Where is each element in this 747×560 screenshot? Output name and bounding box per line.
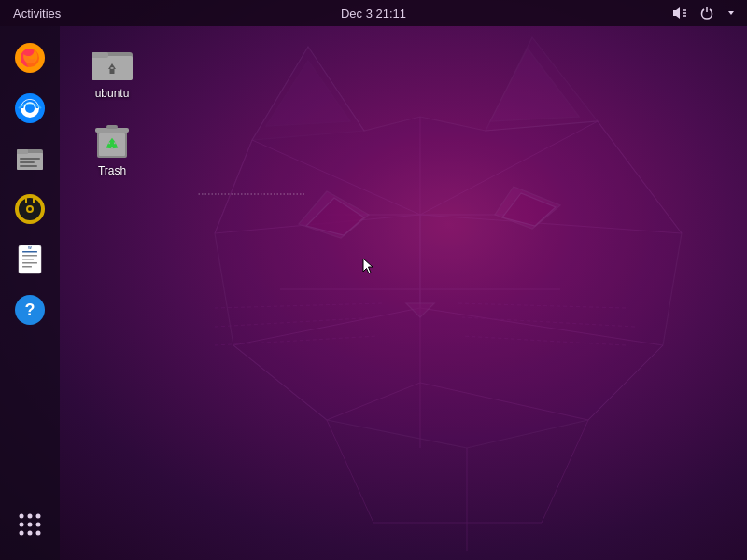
- wallpaper-cat: [140, 28, 747, 551]
- activities-button[interactable]: Activities: [7, 0, 66, 26]
- topbar-datetime[interactable]: Dec 3 21:11: [341, 7, 406, 21]
- dock: W ?: [0, 26, 60, 560]
- dock-item-libreoffice-writer[interactable]: W: [7, 237, 52, 282]
- svg-point-67: [28, 514, 33, 519]
- svg-point-53: [28, 207, 32, 211]
- svg-point-71: [36, 523, 41, 527]
- svg-point-70: [28, 523, 33, 527]
- svg-rect-60: [22, 259, 34, 260]
- svg-rect-46: [17, 149, 28, 154]
- svg-text:?: ?: [25, 301, 35, 319]
- svg-rect-55: [33, 198, 35, 203]
- svg-text:W: W: [28, 245, 32, 250]
- desktop-icons: ubuntu: [75, 35, 149, 181]
- trash-icon-label: Trash: [98, 164, 126, 177]
- topbar-left: Activities: [0, 0, 66, 26]
- svg-point-68: [36, 514, 41, 519]
- svg-rect-61: [22, 262, 37, 264]
- power-icon[interactable]: [697, 0, 717, 26]
- svg-rect-47: [20, 158, 40, 160]
- dock-item-rhythmbox[interactable]: [7, 187, 52, 231]
- system-menu-arrow[interactable]: [723, 0, 740, 26]
- dock-item-thunderbird[interactable]: [7, 86, 52, 131]
- svg-point-66: [20, 514, 24, 519]
- svg-marker-4: [215, 47, 682, 448]
- svg-rect-54: [25, 198, 27, 203]
- svg-rect-78: [110, 69, 115, 74]
- svg-line-29: [542, 420, 588, 523]
- svg-point-74: [36, 531, 41, 536]
- svg-rect-58: [22, 251, 37, 253]
- dock-item-files[interactable]: [7, 136, 52, 181]
- svg-line-28: [327, 420, 374, 523]
- dock-item-firefox[interactable]: [7, 35, 52, 80]
- ubuntu-icon-label: ubuntu: [95, 87, 130, 100]
- desktop-icon-trash[interactable]: Trash: [75, 113, 149, 181]
- desktop: Activities Dec 3 21:11: [0, 0, 747, 560]
- trash-icon: [90, 117, 134, 161]
- show-apps-button[interactable]: [7, 502, 52, 547]
- volume-icon[interactable]: [669, 0, 691, 26]
- svg-point-69: [20, 523, 24, 527]
- svg-rect-77: [92, 52, 108, 58]
- dock-item-help[interactable]: ?: [7, 287, 52, 332]
- desktop-icon-ubuntu[interactable]: ubuntu: [75, 35, 149, 104]
- ubuntu-folder-icon: [90, 39, 134, 84]
- svg-rect-62: [22, 266, 32, 268]
- svg-point-72: [20, 531, 24, 536]
- topbar-right: [669, 0, 747, 26]
- svg-rect-83: [106, 125, 118, 129]
- svg-rect-48: [20, 161, 35, 163]
- svg-rect-59: [22, 255, 37, 257]
- svg-point-73: [28, 531, 33, 536]
- topbar: Activities Dec 3 21:11: [0, 0, 747, 26]
- svg-rect-79: [111, 67, 114, 69]
- svg-rect-49: [20, 165, 37, 167]
